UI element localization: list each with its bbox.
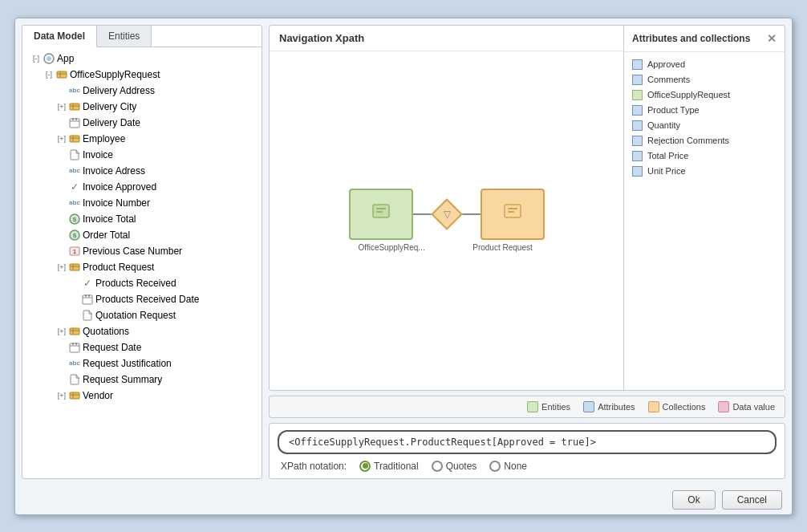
tab-bar: Data Model Entities [22,26,262,47]
tree-item-invoice-number[interactable]: -- abc Invoice Number [24,195,260,211]
xpath-canvas: ▽ Offi [270,51,623,390]
expand-quot[interactable]: [+] [56,326,67,337]
products-received-label: Products Received [95,276,176,290]
xpath-output-area: <OfficeSupplyRequest.ProductRequest[Appr… [269,423,785,479]
abc-icon-in: abc [69,197,80,209]
attr-checkbox-comments[interactable] [632,75,643,85]
xpath-nodes: ▽ [349,189,545,240]
tree-item-vendor[interactable]: [+] Vendor [24,388,260,404]
tree-item-products-received[interactable]: -- ✓ Products Received [24,275,260,291]
close-attrs-button[interactable]: ✕ [767,32,777,45]
invoice-total-label: Invoice Total [83,212,136,226]
tab-data-model[interactable]: Data Model [22,26,97,47]
expand-osr[interactable]: [-] [43,69,55,80]
filter-icon: ▽ [443,209,450,220]
attr-item-osr[interactable]: OfficeSupplyRequest [631,87,778,103]
attr-checkbox-osr[interactable] [632,90,643,100]
tree-item-invoice[interactable]: -- Invoice [24,147,260,163]
attr-item-unit-price[interactable]: Unit Price [631,164,778,179]
app-label: App [57,51,74,66]
xpath-header: Navigation Xpath [270,26,623,51]
attr-name-unit-price: Unit Price [647,166,686,176]
tree-item-employee[interactable]: [+] Employee [24,131,260,147]
svg-rect-21 [70,264,79,270]
tree-item-delivery-date[interactable]: -- Delivery Date [24,115,260,131]
tree-item-quotation-request[interactable]: -- Quotation Request [24,307,260,323]
attr-name-comments: Comments [647,75,690,84]
legend-collections-box [648,401,659,412]
tree-item-request-justification[interactable]: -- abc Request Justification [24,355,260,372]
node-osr-icon [371,202,391,224]
legend-collections-label: Collections [663,402,706,412]
tree-item-product-request[interactable]: [+] Product Request [24,259,260,275]
entity-icon-osr [56,69,67,80]
money-icon-ot: $ [69,229,80,241]
expand-app[interactable]: [-] [30,53,42,64]
expand-dc[interactable]: [+] [56,101,67,112]
entity-icon-pr [69,262,80,273]
attr-item-total-price[interactable]: Total Price [631,148,778,164]
tree-item-delivery-city[interactable]: [+] Delivery City [24,99,260,115]
attr-checkbox-product-type[interactable] [632,105,643,116]
ok-button[interactable]: Ok [672,490,715,510]
request-justification-label: Request Justification [83,356,172,371]
svg-rect-27 [88,294,90,297]
vendor-label: Vendor [83,388,113,403]
svg-rect-8 [70,119,79,128]
tree-item-invoice-address[interactable]: -- abc Invoice Adress [24,163,260,179]
attr-item-comments[interactable]: Comments [631,72,778,87]
invoice-address-label: Invoice Adress [83,164,145,178]
attr-item-quantity[interactable]: Quantity [631,118,778,133]
tree-item-request-date[interactable]: -- Request Date [24,339,260,355]
tab-entities[interactable]: Entities [97,26,152,47]
radio-none-circle[interactable] [489,461,501,472]
node-pr-label: Product Request [471,243,535,252]
attr-name-total-price: Total Price [647,151,688,160]
attach-icon-inv [69,149,80,160]
tree-item-osr[interactable]: [-] OfficeSupplyRequest [24,67,260,83]
tree-item-delivery-address[interactable]: -- abc Delivery Address [24,83,260,99]
cancel-button[interactable]: Cancel [722,490,782,510]
tree-item-quotations[interactable]: [+] Quotations [24,323,260,339]
radio-traditional-label: Traditional [374,461,419,472]
tree-item-invoice-approved[interactable]: -- ✓ Invoice Approved [24,179,260,195]
expand-pr[interactable]: [+] [56,262,67,273]
radio-quotes[interactable]: Quotes [432,461,477,472]
attr-item-approved[interactable]: Approved [631,57,778,72]
main-dialog: Data Model Entities [-] App [-] [14,18,793,515]
node-labels: OfficeSupplyReq... Product Request [359,243,535,252]
app-icon [43,53,55,64]
svg-rect-11 [75,118,77,120]
delivery-address-label: Delivery Address [83,83,155,98]
node-osr[interactable] [349,189,413,240]
expand-emp[interactable]: [+] [56,133,67,144]
expand-vendor[interactable]: [+] [56,390,67,401]
svg-rect-12 [70,136,79,142]
radio-none[interactable]: None [489,461,527,472]
prev-case-label: Previous Case Number [83,244,182,258]
entity-icon-dc [69,101,80,112]
tree-item-products-received-date[interactable]: -- Products Received Date [24,291,260,307]
radio-traditional-circle[interactable] [359,461,371,472]
svg-point-1 [47,56,51,61]
radio-traditional[interactable]: Traditional [359,461,419,472]
node-pr[interactable] [481,189,545,240]
tree-item-prev-case[interactable]: -- 1 Previous Case Number [24,243,260,259]
tree-item-request-summary[interactable]: -- Request Summary [24,372,260,388]
invoice-label: Invoice [83,148,113,162]
attr-item-product-type[interactable]: Product Type [631,103,778,118]
tree-item-app[interactable]: [-] App [24,51,260,67]
svg-rect-31 [70,343,79,352]
tree-item-invoice-total[interactable]: -- $ Invoice Total [24,211,260,227]
radio-quotes-circle[interactable] [432,461,443,472]
node-osr-label: OfficeSupplyReq... [359,243,423,252]
attr-checkbox-approved[interactable] [632,59,643,70]
attr-checkbox-unit-price[interactable] [632,166,643,177]
attr-name-rejection: Rejection Comments [647,136,729,145]
attr-checkbox-quantity[interactable] [632,120,643,131]
attr-item-rejection-comments[interactable]: Rejection Comments [631,133,778,148]
tree-item-order-total[interactable]: -- $ Order Total [24,227,260,243]
attr-checkbox-rejection[interactable] [632,136,643,146]
svg-rect-42 [508,208,517,209]
attr-checkbox-total-price[interactable] [632,151,643,161]
